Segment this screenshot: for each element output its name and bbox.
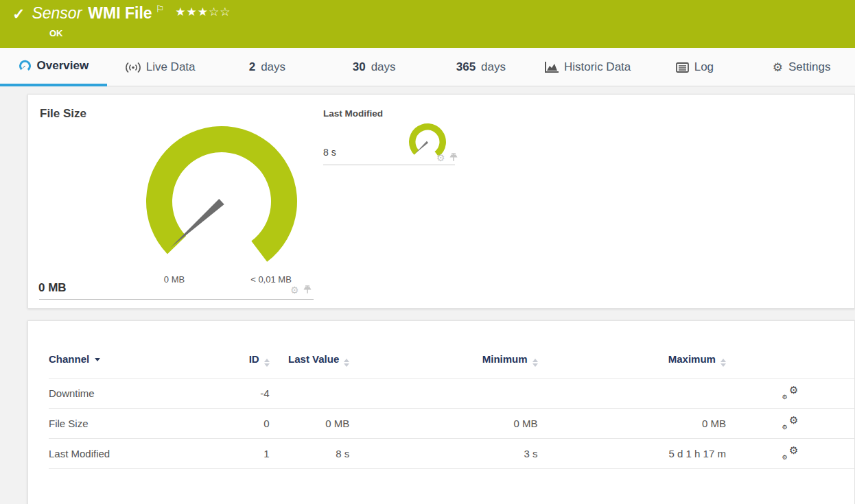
tile-toolbar: ⚙	[436, 153, 458, 163]
channel-last-value	[270, 379, 350, 409]
channel-settings-gears-icon[interactable]: ⚙⚙	[782, 416, 798, 429]
channel-maximum: 5 d 1 h 17 m	[538, 439, 726, 469]
tab-historic-data[interactable]: Historic Data	[535, 48, 642, 86]
channel-id: 0	[202, 409, 270, 439]
divider	[323, 165, 455, 165]
column-header-id[interactable]: ID	[202, 352, 270, 379]
channel-id: -4	[202, 379, 270, 409]
tab-bar: Overview Live Data 2 days 30 days 365 da…	[0, 48, 855, 86]
sensor-header: ✓ Sensor WMI File ⚐ ★★★☆☆ OK	[0, 0, 855, 48]
sort-arrows-icon	[721, 359, 726, 367]
gauge-needle	[415, 141, 428, 154]
sort-caret-icon	[95, 358, 100, 361]
tile-gear-icon[interactable]: ⚙	[436, 153, 445, 163]
stars-filled[interactable]: ★★★	[175, 5, 209, 19]
sensor-status-badge: OK	[49, 28, 63, 38]
column-header-minimum[interactable]: Minimum	[349, 352, 537, 379]
tab-label: Live Data	[146, 60, 196, 74]
gauge-max-label: < 0,01 MB	[237, 274, 305, 285]
channels-table: Channel ID Last Value Minimum Maximum Do…	[49, 352, 854, 469]
sort-arrows-icon	[532, 359, 538, 367]
column-label: Minimum	[482, 353, 528, 365]
tab-live-data[interactable]: Live Data	[107, 48, 214, 86]
gear-icon: ⚙	[773, 62, 783, 73]
tab-number: 2	[249, 60, 255, 74]
priority-stars[interactable]: ★★★☆☆	[175, 5, 231, 19]
tile-toolbar: ⚙	[290, 285, 312, 295]
tab-label: days	[371, 60, 396, 74]
column-header-channel[interactable]: Channel	[49, 352, 202, 379]
sensor-kind-label: Sensor	[32, 4, 82, 23]
tab-label: Historic Data	[564, 60, 631, 74]
tab-overview[interactable]: Overview	[0, 48, 107, 86]
channel-maximum: 0 MB	[538, 409, 726, 439]
divider	[39, 299, 314, 300]
stars-empty[interactable]: ☆☆	[209, 5, 231, 19]
log-icon	[676, 62, 689, 73]
channel-minimum: 0 MB	[349, 409, 537, 439]
table-row: File Size 0 0 MB 0 MB 0 MB ⚙⚙	[49, 409, 854, 439]
table-header-row: Channel ID Last Value Minimum Maximum	[49, 352, 854, 379]
file-size-title: File Size	[40, 107, 86, 121]
tab-365-days[interactable]: 365 days	[427, 48, 535, 86]
tab-label: days	[481, 60, 506, 74]
gauge-needle	[171, 199, 224, 248]
column-label: Maximum	[668, 353, 716, 365]
sort-arrows-icon	[264, 359, 270, 367]
sort-arrows-icon	[344, 359, 349, 367]
last-modified-current-value: 8 s	[323, 147, 336, 158]
column-header-actions	[726, 352, 854, 379]
column-label: ID	[249, 353, 259, 365]
channel-name: Downtime	[49, 379, 202, 409]
area-chart-icon	[545, 62, 559, 73]
tab-log[interactable]: Log	[642, 48, 749, 86]
channel-settings-gears-icon[interactable]: ⚙⚙	[782, 385, 798, 399]
channel-name: File Size	[49, 409, 202, 439]
tile-gear-icon[interactable]: ⚙	[290, 285, 299, 295]
last-modified-title: Last Modified	[323, 108, 383, 119]
tab-label: Overview	[37, 59, 89, 73]
table-row: Downtime -4 ⚙⚙	[49, 379, 854, 409]
tab-settings[interactable]: ⚙ Settings	[748, 48, 855, 86]
channel-minimum	[349, 379, 537, 409]
tab-label: Settings	[788, 60, 830, 74]
tab-2-days[interactable]: 2 days	[214, 48, 321, 86]
column-label: Last Value	[288, 353, 339, 365]
channel-last-value: 0 MB	[270, 409, 350, 439]
channel-last-value: 8 s	[270, 439, 350, 469]
file-size-gauge	[143, 125, 301, 279]
tab-number: 30	[353, 60, 366, 74]
file-size-current-value: 0 MB	[38, 281, 67, 295]
sensor-title: WMI File	[88, 4, 152, 23]
column-header-maximum[interactable]: Maximum	[538, 352, 726, 379]
flag-icon[interactable]: ⚐	[156, 3, 165, 14]
tab-30-days[interactable]: 30 days	[320, 48, 427, 86]
tile-pin-icon[interactable]	[303, 285, 312, 295]
gauge-min-label: 0 MB	[147, 274, 202, 285]
tab-number: 365	[456, 60, 476, 74]
channel-minimum: 3 s	[349, 439, 537, 469]
column-label: Channel	[49, 353, 89, 365]
gauges-panel: File Size 0 MB < 0,01 MB 0 MB ⚙ Last Mod…	[27, 94, 855, 309]
channel-settings-gears-icon[interactable]: ⚙⚙	[782, 446, 798, 459]
gauge-icon	[19, 60, 32, 73]
column-header-last-value[interactable]: Last Value	[270, 352, 350, 379]
live-icon	[126, 62, 141, 73]
tile-pin-icon[interactable]	[449, 153, 458, 163]
channel-id: 1	[202, 439, 270, 469]
tab-label: Log	[694, 60, 714, 74]
table-row: Last Modified 1 8 s 3 s 5 d 1 h 17 m ⚙⚙	[49, 439, 854, 469]
tab-label: days	[261, 60, 285, 74]
channel-maximum	[538, 379, 726, 409]
status-ok-check-icon: ✓	[12, 5, 25, 23]
channels-panel: Channel ID Last Value Minimum Maximum Do…	[27, 320, 855, 504]
channel-name: Last Modified	[49, 439, 202, 469]
